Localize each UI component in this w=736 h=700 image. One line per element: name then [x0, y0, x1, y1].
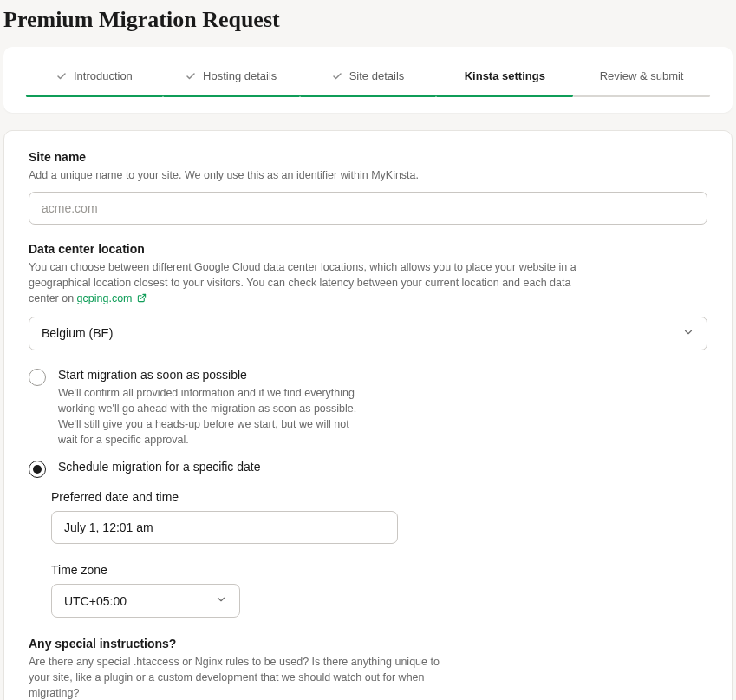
data-center-select[interactable]: Belgium (BE) [29, 317, 707, 350]
step-bar [163, 95, 300, 97]
site-name-desc: Add a unique name to your site. We only … [29, 167, 583, 183]
step-label: Introduction [74, 69, 133, 82]
chevron-down-icon [215, 593, 227, 608]
check-icon [186, 71, 196, 82]
step-label: Site details [349, 69, 405, 82]
site-name-input[interactable] [29, 192, 707, 225]
site-name-block: Site name Add a unique name to your site… [29, 150, 707, 225]
step-review-submit[interactable]: Review & submit [573, 69, 710, 97]
radio-dot-schedule[interactable] [29, 461, 46, 478]
data-center-desc: You can choose between different Google … [29, 259, 583, 307]
schedule-subsection: Preferred date and time July 1, 12:01 am… [51, 490, 707, 618]
external-link-icon [137, 291, 147, 307]
timezone-label: Time zone [51, 563, 707, 577]
data-center-label: Data center location [29, 242, 707, 256]
data-center-block: Data center location You can choose betw… [29, 242, 707, 350]
step-site-details[interactable]: Site details [300, 69, 437, 97]
step-bar [26, 95, 163, 97]
gcping-link[interactable]: gcping.com [77, 292, 147, 304]
svg-line-0 [141, 295, 146, 299]
check-icon [56, 71, 67, 82]
stepper: Introduction Hosting details Site detail… [26, 69, 710, 97]
step-introduction[interactable]: Introduction [26, 69, 163, 97]
special-label: Any special instructions? [29, 637, 707, 651]
stepper-card: Introduction Hosting details Site detail… [3, 47, 733, 113]
step-hosting-details[interactable]: Hosting details [163, 69, 300, 97]
step-kinsta-settings[interactable]: Kinsta settings [436, 69, 573, 97]
radio-dot-asap[interactable] [29, 369, 46, 386]
step-bar [436, 95, 573, 97]
radio-schedule-title: Schedule migration for a specific date [58, 460, 707, 474]
step-label: Hosting details [203, 69, 277, 82]
chevron-down-icon [682, 326, 694, 341]
special-desc: Are there any special .htaccess or Nginx… [29, 654, 445, 700]
migration-timing-group: Start migration as soon as possible We'l… [29, 368, 707, 618]
step-label: Review & submit [600, 69, 684, 82]
radio-asap-title: Start migration as soon as possible [58, 368, 707, 382]
radio-asap-desc: We'll confirm all provided information a… [58, 385, 370, 448]
data-center-selected: Belgium (BE) [42, 326, 113, 340]
step-bar [573, 95, 710, 97]
site-name-label: Site name [29, 150, 707, 164]
timezone-select[interactable]: UTC+05:00 [51, 584, 240, 618]
special-instructions-block: Any special instructions? Are there any … [29, 637, 707, 700]
form-card: Site name Add a unique name to your site… [3, 130, 733, 700]
preferred-date-input[interactable]: July 1, 12:01 am [51, 511, 398, 544]
timezone-value: UTC+05:00 [64, 594, 127, 608]
page-title: Premium Migration Request [0, 0, 736, 47]
radio-asap[interactable]: Start migration as soon as possible We'l… [29, 368, 707, 448]
check-icon [332, 71, 342, 82]
preferred-date-value: July 1, 12:01 am [64, 520, 153, 534]
step-bar [300, 95, 437, 97]
preferred-date-label: Preferred date and time [51, 490, 707, 504]
radio-schedule[interactable]: Schedule migration for a specific date [29, 460, 707, 478]
step-label: Kinsta settings [465, 69, 545, 82]
